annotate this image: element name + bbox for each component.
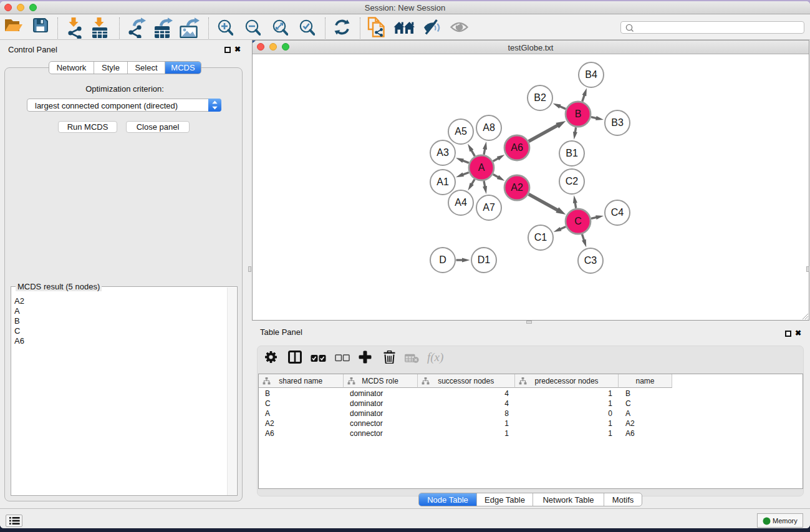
svg-text:C2: C2	[566, 176, 579, 186]
svg-text:D1: D1	[478, 254, 491, 265]
svg-text:B: B	[575, 109, 582, 119]
svg-text:C: C	[574, 216, 582, 226]
svg-text:A7: A7	[483, 202, 495, 213]
svg-text:A: A	[478, 162, 485, 173]
svg-text:B1: B1	[566, 148, 578, 158]
svg-text:A6: A6	[511, 142, 523, 153]
svg-text:B2: B2	[534, 92, 546, 103]
svg-text:A3: A3	[436, 147, 449, 158]
svg-text:C4: C4	[611, 207, 624, 218]
svg-text:A1: A1	[436, 177, 449, 187]
svg-text:A8: A8	[483, 122, 495, 133]
svg-text:D: D	[439, 254, 446, 265]
svg-text:A5: A5	[455, 126, 467, 137]
svg-text:B4: B4	[585, 69, 597, 80]
svg-text:B3: B3	[611, 117, 624, 128]
svg-text:A2: A2	[511, 182, 523, 193]
svg-text:A4: A4	[455, 197, 467, 208]
svg-text:C3: C3	[584, 255, 597, 266]
svg-text:C1: C1	[534, 232, 547, 243]
